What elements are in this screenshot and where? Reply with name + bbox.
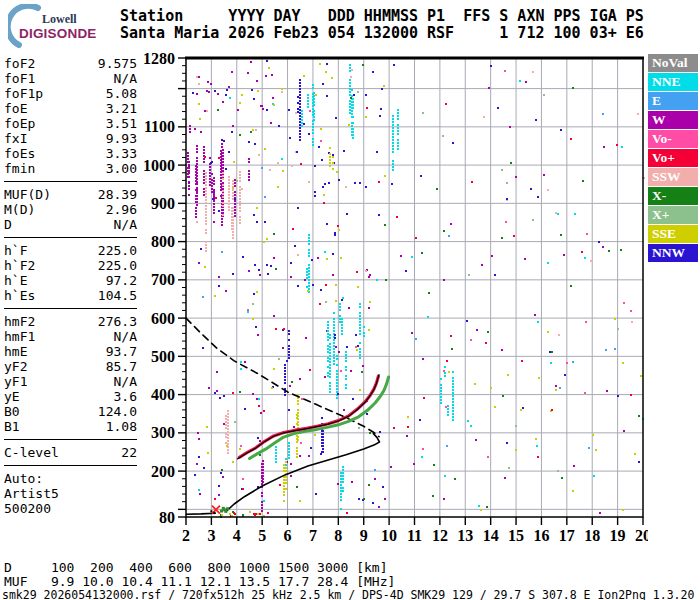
- x-tick-label: 19: [610, 527, 626, 544]
- curve-x-trace: [250, 377, 389, 459]
- x-tick-label: 3: [207, 527, 215, 544]
- y-tick-label: 80: [159, 509, 175, 526]
- x-tick-label: 20: [635, 527, 648, 544]
- param-row: h`F2225.0: [4, 258, 137, 273]
- param-label: fmin: [4, 161, 35, 176]
- x-tick-label: 15: [508, 527, 524, 544]
- panel-divider: [4, 237, 137, 238]
- param-value: 9.575: [98, 56, 137, 71]
- y-tick-label: 300: [151, 424, 175, 441]
- x-tick-label: 10: [381, 527, 397, 544]
- param-label: foE: [4, 101, 27, 116]
- y-tick-label: 1100: [144, 118, 175, 135]
- y-tick-label: 400: [151, 386, 175, 403]
- logo-digisonde-text: DIGISONDE: [19, 26, 97, 41]
- param-row: foEs3.33: [4, 146, 137, 161]
- param-row: hmF2276.3: [4, 314, 137, 329]
- param-label: yE: [4, 389, 20, 404]
- x-tick-label: 8: [334, 527, 342, 544]
- param-value: 93.7: [106, 344, 137, 359]
- param-value: N/A: [114, 329, 137, 344]
- y-tick-label: 500: [151, 348, 175, 365]
- param-value: 3.6: [114, 389, 137, 404]
- param-row: hmF1N/A: [4, 329, 137, 344]
- autoscaling-line: 500200: [4, 501, 137, 516]
- param-label: M(D): [4, 202, 35, 217]
- y-tick-label: 200: [151, 463, 175, 480]
- param-row: foF29.575: [4, 56, 137, 71]
- param-value: 2.96: [106, 202, 137, 217]
- legend-item-w: W: [648, 111, 698, 130]
- param-label: B0: [4, 404, 20, 419]
- param-value: 276.3: [98, 314, 137, 329]
- param-label: foEs: [4, 146, 35, 161]
- y-tick-label: 1280: [143, 50, 175, 67]
- legend-item-vo: Vo-: [648, 130, 698, 149]
- axis-tick-labels: 1280110010009008007006005004003002008023…: [143, 50, 648, 544]
- param-value: 28.39: [98, 187, 137, 202]
- legend-item-nne: NNE: [648, 73, 698, 92]
- footer-info: smk29_2026054132000.rsf / 720fx512h 25 k…: [2, 589, 694, 600]
- param-value: 85.7: [106, 359, 137, 374]
- distance-row: D 100 200 400 600 800 1000 1500 3000 [km…: [4, 561, 388, 575]
- x-tick-label: 9: [360, 527, 368, 544]
- param-row: foF1p5.08: [4, 86, 137, 101]
- legend-item-x: X+: [648, 206, 698, 225]
- panel-divider: [4, 181, 137, 182]
- echo-status-legend: NoValNNEEWVo-Vo+SSWX-X+SSENNW: [648, 54, 698, 263]
- param-label: foF1p: [4, 86, 43, 101]
- param-label: hmE: [4, 344, 27, 359]
- param-value: 9.93: [106, 131, 137, 146]
- param-value: 22: [121, 445, 137, 460]
- y-tick-label: 800: [151, 233, 175, 250]
- x-tick-label: 12: [432, 527, 448, 544]
- x-tick-label: 16: [533, 527, 549, 544]
- param-row: foE3.21: [4, 101, 137, 116]
- param-label: yF2: [4, 359, 27, 374]
- param-value: 3.51: [106, 116, 137, 131]
- autoscaling-line: Auto:: [4, 471, 137, 486]
- panel-divider: [4, 439, 137, 440]
- param-value: 1.08: [106, 419, 137, 434]
- param-row: yF285.7: [4, 359, 137, 374]
- logo-lowell-text: Lowell: [42, 12, 77, 27]
- param-label: B1: [4, 419, 20, 434]
- param-label: h`Es: [4, 288, 35, 303]
- curve-transmission-curve: [227, 434, 380, 511]
- param-row: B11.08: [4, 419, 137, 434]
- parameter-panel: foF29.575foF1N/AfoF1p5.08foE3.21foEp3.51…: [4, 56, 137, 516]
- x-tick-label: 6: [284, 527, 292, 544]
- param-row: h`F225.0: [4, 243, 137, 258]
- param-row: fmin3.00: [4, 161, 137, 176]
- x-tick-label: 4: [233, 527, 241, 544]
- param-label: hmF2: [4, 314, 35, 329]
- legend-item-sse: SSE: [648, 225, 698, 244]
- param-row: C-level22: [4, 445, 137, 460]
- lowell-digisonde-logo: Lowell DIGISONDE: [6, 4, 122, 50]
- param-row: foEp3.51: [4, 116, 137, 131]
- curve-profile-dashed: [186, 318, 379, 437]
- autoscaling-line: Artist5: [4, 486, 137, 501]
- autoscaling-block: Auto:Artist5500200: [4, 471, 137, 516]
- legend-item-noval: NoVal: [648, 54, 698, 73]
- param-label: h`F2: [4, 258, 35, 273]
- param-value: 3.00: [106, 161, 137, 176]
- y-tick-label: 600: [151, 310, 175, 327]
- param-row: yF1N/A: [4, 374, 137, 389]
- x-tick-label: 7: [309, 527, 317, 544]
- param-row: hmE93.7: [4, 344, 137, 359]
- param-value: 97.2: [106, 273, 137, 288]
- plot-frame: [178, 58, 644, 525]
- header-station-values: Santa Maria 2026 Feb23 054 132000 RSF 1 …: [120, 25, 644, 42]
- param-label: foF1: [4, 71, 35, 86]
- param-row: fxI9.93: [4, 131, 137, 146]
- x-tick-label: 13: [457, 527, 473, 544]
- param-row: DN/A: [4, 217, 137, 232]
- muf-row: MUF 9.9 10.0 10.4 11.1 12.1 13.5 17.7 28…: [4, 575, 395, 589]
- panel-divider: [4, 308, 137, 309]
- legend-item-e: E: [648, 92, 698, 111]
- y-tick-label: 900: [151, 195, 175, 212]
- param-label: hmF1: [4, 329, 35, 344]
- param-row: foF1N/A: [4, 71, 137, 86]
- param-row: yE3.6: [4, 389, 137, 404]
